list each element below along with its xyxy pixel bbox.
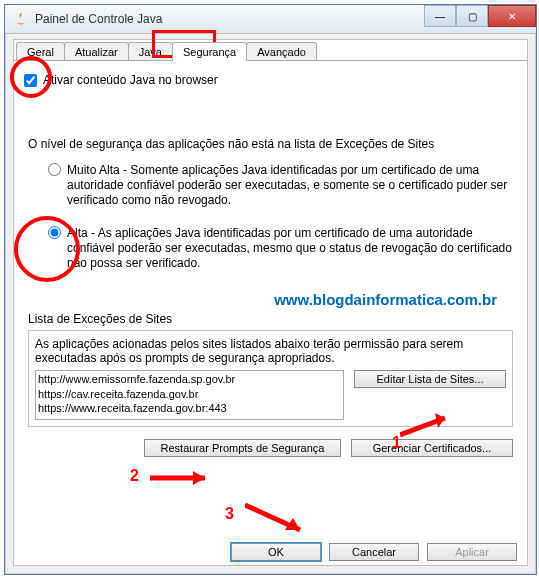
- list-item: https://www.receita.fazenda.gov.br:443: [38, 401, 341, 416]
- label-very-high: Muito Alta - Somente aplicações Java ide…: [67, 163, 517, 208]
- exceptions-row: http://www.emissornfe.fazenda.sp.gov.br …: [35, 370, 506, 420]
- security-buttons-row: Restaurar Prompts de Segurança Gerenciar…: [28, 439, 513, 457]
- tab-atualizar[interactable]: Atualizar: [64, 42, 129, 61]
- enable-java-row: Ativar conteúdo Java no browser: [24, 73, 517, 87]
- window-title: Painel de Controle Java: [35, 12, 162, 26]
- content-area: Geral Atualizar Java Segurança Avançado …: [13, 39, 528, 566]
- exceptions-description: As aplicações acionadas pelos sites list…: [35, 337, 506, 366]
- watermark-text: www.blogdainformatica.com.br: [24, 291, 517, 308]
- maximize-button[interactable]: ▢: [456, 5, 488, 27]
- tab-avancado[interactable]: Avançado: [246, 42, 317, 61]
- tab-java[interactable]: Java: [128, 42, 173, 61]
- exceptions-label: Lista de Exceções de Sites: [28, 312, 517, 326]
- list-item: http://www.emissornfe.fazenda.sp.gov.br: [38, 372, 341, 387]
- window-controls: ― ▢ ✕: [424, 5, 536, 27]
- minimize-button[interactable]: ―: [424, 5, 456, 27]
- radio-high[interactable]: [48, 226, 61, 239]
- restore-prompts-button[interactable]: Restaurar Prompts de Segurança: [144, 439, 341, 457]
- java-icon: [13, 11, 29, 27]
- tab-seguranca[interactable]: Segurança: [172, 42, 247, 61]
- apply-button[interactable]: Aplicar: [427, 543, 517, 561]
- edit-site-list-button[interactable]: Editar Lista de Sites...: [354, 370, 506, 388]
- java-control-panel-window: Painel de Controle Java ― ▢ ✕ Geral Atua…: [4, 4, 537, 575]
- security-panel: Ativar conteúdo Java no browser O nível …: [14, 60, 527, 561]
- list-item: https://cav.receita.fazenda.gov.br: [38, 387, 341, 402]
- label-high: Alta - As aplicações Java identificadas …: [67, 226, 517, 271]
- cancel-button[interactable]: Cancelar: [329, 543, 419, 561]
- radio-very-high[interactable]: [48, 163, 61, 176]
- manage-certificates-button[interactable]: Gerenciar Certificados...: [351, 439, 513, 457]
- tab-geral[interactable]: Geral: [16, 42, 65, 61]
- option-high: Alta - As aplicações Java identificadas …: [48, 226, 517, 271]
- titlebar: Painel de Controle Java ― ▢ ✕: [5, 5, 536, 34]
- close-button[interactable]: ✕: [488, 5, 536, 27]
- enable-java-label: Ativar conteúdo Java no browser: [43, 73, 218, 87]
- dialog-buttons: OK Cancelar Aplicar: [231, 543, 517, 561]
- exceptions-group: As aplicações acionadas pelos sites list…: [28, 330, 513, 427]
- security-level-text: O nível de segurança das aplicações não …: [28, 137, 517, 151]
- enable-java-checkbox[interactable]: [24, 74, 37, 87]
- ok-button[interactable]: OK: [231, 543, 321, 561]
- exceptions-site-list[interactable]: http://www.emissornfe.fazenda.sp.gov.br …: [35, 370, 344, 420]
- option-very-high: Muito Alta - Somente aplicações Java ide…: [48, 163, 517, 208]
- tab-strip: Geral Atualizar Java Segurança Avançado: [14, 42, 527, 61]
